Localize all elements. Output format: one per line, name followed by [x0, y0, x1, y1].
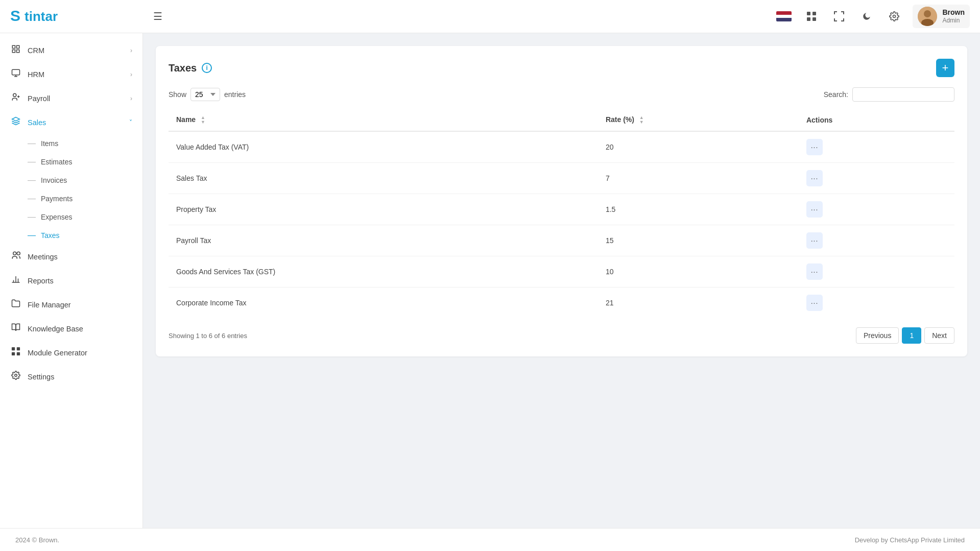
- sidebar-item-module-generator[interactable]: Module Generator: [0, 341, 142, 365]
- sort-arrows-rate: ▲▼: [639, 115, 644, 125]
- sidebar-item-payments[interactable]: — Payments: [28, 189, 142, 208]
- cell-name: Sales Tax: [169, 163, 598, 194]
- search-input[interactable]: [852, 87, 954, 102]
- menu-toggle-button[interactable]: ☰: [153, 10, 162, 22]
- column-rate[interactable]: Rate (%) ▲▼: [598, 109, 799, 131]
- sidebar-item-expenses[interactable]: — Expenses: [28, 208, 142, 226]
- invoices-label: Invoices: [41, 176, 67, 184]
- sidebar: CRM › HRM › Payroll › Sales ˅: [0, 33, 143, 528]
- sidebar-item-crm[interactable]: CRM ›: [0, 38, 142, 62]
- user-role: Admin: [942, 17, 965, 24]
- table-header: Name ▲▼ Rate (%) ▲▼ Actions: [169, 109, 954, 131]
- header: S tintar ☰: [0, 0, 980, 33]
- dash-icon: —: [28, 194, 36, 203]
- hrm-icon: [10, 68, 21, 80]
- next-button[interactable]: Next: [924, 327, 954, 344]
- dash-icon: —: [28, 157, 36, 166]
- table-controls: Show 10 25 50 100 entries Search:: [169, 87, 954, 102]
- cell-actions: ···: [799, 288, 954, 319]
- svg-rect-13: [17, 50, 19, 53]
- sidebar-item-knowledge-base[interactable]: Knowledge Base: [0, 317, 142, 341]
- svg-rect-4: [807, 17, 810, 21]
- page-header: Taxes i +: [169, 59, 954, 77]
- items-label: Items: [41, 139, 58, 148]
- table-body: Value Added Tax (VAT) 20 ··· Sales Tax 7…: [169, 131, 954, 318]
- chevron-down-icon: ˅: [129, 119, 132, 126]
- table-row: Property Tax 1.5 ···: [169, 194, 954, 225]
- add-tax-button[interactable]: +: [936, 59, 954, 77]
- sidebar-item-items[interactable]: — Items: [28, 134, 142, 153]
- row-action-button[interactable]: ···: [806, 295, 823, 311]
- sales-submenu: — Items — Estimates — Invoices — Payment…: [0, 134, 142, 245]
- sidebar-item-sales[interactable]: Sales ˅: [0, 110, 142, 134]
- file-manager-icon: [10, 299, 21, 310]
- estimates-label: Estimates: [41, 158, 72, 166]
- row-action-button[interactable]: ···: [806, 139, 823, 155]
- cell-actions: ···: [799, 163, 954, 194]
- grid-apps-icon[interactable]: [802, 7, 821, 26]
- cell-name: Corporate Income Tax: [169, 288, 598, 319]
- svg-point-17: [13, 93, 16, 97]
- info-icon[interactable]: i: [202, 63, 212, 73]
- sidebar-item-hrm[interactable]: HRM ›: [0, 62, 142, 86]
- entries-select[interactable]: 10 25 50 100: [190, 88, 220, 101]
- svg-rect-10: [12, 45, 15, 48]
- sidebar-item-meetings[interactable]: Meetings: [0, 245, 142, 269]
- dash-icon: —: [28, 212, 36, 222]
- pagination-buttons: Previous 1 Next: [856, 327, 954, 344]
- dash-icon: —: [28, 139, 36, 148]
- footer-copyright: 2024 © Brown.: [15, 536, 59, 544]
- sidebar-item-file-manager[interactable]: File Manager: [0, 293, 142, 317]
- settings-icon[interactable]: [885, 7, 903, 26]
- pagination-row: Showing 1 to 6 of 6 entries Previous 1 N…: [169, 327, 954, 344]
- cell-actions: ···: [799, 256, 954, 288]
- column-name[interactable]: Name ▲▼: [169, 109, 598, 131]
- previous-button[interactable]: Previous: [856, 327, 899, 344]
- svg-rect-12: [12, 50, 15, 53]
- sidebar-item-label: Meetings: [28, 253, 132, 261]
- sidebar-item-taxes[interactable]: — Taxes: [28, 226, 142, 245]
- user-info: Brown Admin: [942, 8, 965, 24]
- knowledge-base-icon: [10, 323, 21, 334]
- expenses-label: Expenses: [41, 213, 72, 221]
- user-profile-badge[interactable]: Brown Admin: [913, 5, 970, 28]
- page-title-row: Taxes i: [169, 62, 212, 74]
- chevron-right-icon: ›: [130, 47, 132, 54]
- crm-icon: [10, 44, 21, 56]
- show-entries-control: Show 10 25 50 100 entries: [169, 88, 246, 101]
- svg-point-20: [13, 252, 16, 255]
- taxes-card: Taxes i + Show 10 25 50 100 entries: [156, 46, 967, 356]
- footer: 2024 © Brown. Develop by ChetsApp Privat…: [0, 528, 980, 551]
- cell-name: Goods And Services Tax (GST): [169, 256, 598, 288]
- page-1-button[interactable]: 1: [902, 327, 921, 344]
- cell-name: Property Tax: [169, 194, 598, 225]
- taxes-table: Name ▲▼ Rate (%) ▲▼ Actions Value Added …: [169, 109, 954, 318]
- module-generator-icon: [10, 347, 21, 358]
- row-action-button[interactable]: ···: [806, 263, 823, 280]
- sidebar-item-payroll[interactable]: Payroll ›: [0, 86, 142, 110]
- dark-mode-icon[interactable]: [857, 7, 876, 26]
- sidebar-item-settings[interactable]: Settings: [0, 365, 142, 389]
- showing-text: Showing 1 to 6 of 6 entries: [169, 332, 247, 340]
- sidebar-item-invoices[interactable]: — Invoices: [28, 171, 142, 189]
- svg-rect-29: [17, 352, 20, 355]
- fullscreen-icon[interactable]: [830, 7, 848, 26]
- cell-rate: 15: [598, 225, 799, 256]
- svg-rect-26: [12, 347, 15, 350]
- row-action-button[interactable]: ···: [806, 170, 823, 186]
- row-action-button[interactable]: ···: [806, 201, 823, 218]
- sidebar-item-label: Payroll: [28, 94, 124, 103]
- sidebar-item-reports[interactable]: Reports: [0, 269, 142, 293]
- language-flag-icon[interactable]: [775, 7, 793, 26]
- sidebar-item-label: File Manager: [28, 301, 132, 309]
- table-row: Corporate Income Tax 21 ···: [169, 288, 954, 319]
- row-action-button[interactable]: ···: [806, 232, 823, 249]
- cell-actions: ···: [799, 225, 954, 256]
- svg-rect-28: [12, 352, 15, 355]
- payments-label: Payments: [41, 195, 73, 203]
- sidebar-item-estimates[interactable]: — Estimates: [28, 153, 142, 171]
- table-row: Value Added Tax (VAT) 20 ···: [169, 131, 954, 163]
- search-label: Search:: [824, 90, 848, 99]
- main-content: Taxes i + Show 10 25 50 100 entries: [143, 33, 980, 528]
- sidebar-item-label: Reports: [28, 277, 132, 285]
